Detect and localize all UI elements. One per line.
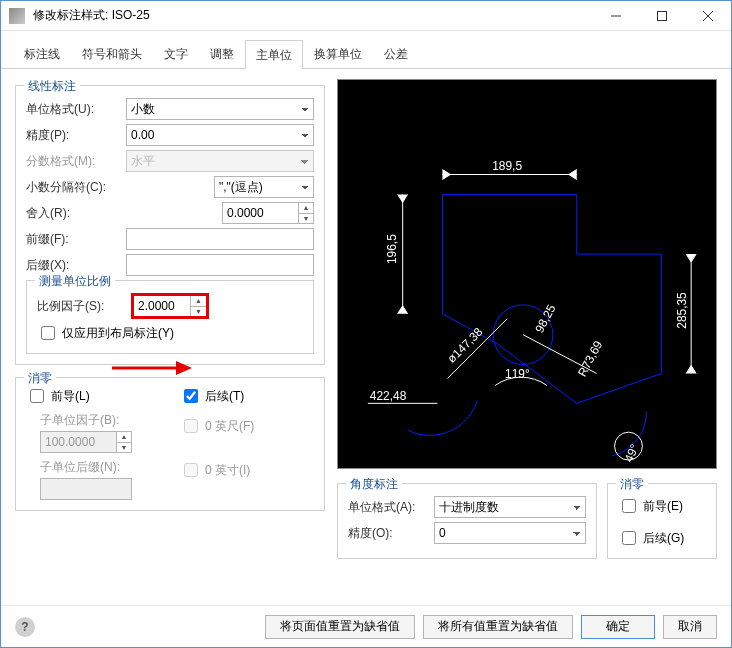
down-arrow-icon[interactable]: ▼	[299, 214, 313, 224]
tab-primary-units[interactable]: 主单位	[245, 40, 303, 69]
reset-page-button[interactable]: 将页面值重置为缺省值	[265, 615, 415, 639]
tab-tolerance[interactable]: 公差	[373, 39, 419, 68]
angle-dim-legend: 角度标注	[346, 476, 402, 493]
round-label: 舍入(R):	[26, 205, 118, 222]
svg-text:R73,69: R73,69	[575, 338, 606, 379]
maximize-button[interactable]	[639, 1, 685, 31]
suffix-input[interactable]	[126, 254, 314, 276]
help-icon[interactable]: ?	[15, 617, 35, 637]
svg-text:196,5: 196,5	[385, 234, 399, 264]
svg-rect-1	[658, 11, 667, 20]
subunit-suffix-input	[40, 478, 132, 500]
precision-label: 精度(P):	[26, 127, 118, 144]
decimal-sep-label: 小数分隔符(C):	[26, 179, 118, 196]
minimize-button[interactable]	[593, 1, 639, 31]
up-arrow-icon[interactable]: ▲	[191, 296, 206, 307]
svg-text:422,48: 422,48	[370, 389, 407, 403]
svg-text:49°: 49°	[621, 442, 641, 464]
svg-text:189,5: 189,5	[492, 159, 522, 173]
angle-precision-label: 精度(O):	[348, 525, 426, 542]
down-arrow-icon[interactable]: ▼	[191, 307, 206, 317]
unit-format-select[interactable]: 小数	[126, 98, 314, 120]
preview-pane: 189,5 196,5 285,35 ø147,38 98,25 R73,69 …	[337, 79, 717, 469]
subunit-factor-spinner: ▲▼	[40, 431, 160, 453]
scale-factor-label: 比例因子(S):	[37, 298, 123, 315]
angle-leading-checkbox[interactable]	[622, 499, 636, 513]
feet-checkbox	[184, 419, 198, 433]
trailing-checkbox[interactable]	[184, 389, 198, 403]
zero-suppress-legend: 消零	[24, 370, 56, 387]
precision-select[interactable]: 0.00	[126, 124, 314, 146]
leading-label: 前导(L)	[51, 388, 90, 405]
tab-bar: 标注线 符号和箭头 文字 调整 主单位 换算单位 公差	[1, 31, 731, 69]
decimal-sep-select[interactable]: ","(逗点)	[214, 176, 314, 198]
angle-precision-select[interactable]: 0	[434, 522, 586, 544]
app-icon	[9, 8, 25, 24]
ok-button[interactable]: 确定	[581, 615, 655, 639]
subunit-factor-label: 子单位因子(B):	[40, 412, 160, 429]
fraction-format-label: 分数格式(M):	[26, 153, 118, 170]
round-spinner[interactable]: ▲▼	[222, 202, 314, 224]
svg-text:285,35: 285,35	[675, 292, 689, 329]
scale-factor-highlight: ▲▼	[131, 293, 209, 319]
measure-scale-legend: 测量单位比例	[35, 273, 115, 290]
tab-fit[interactable]: 调整	[199, 39, 245, 68]
window-title: 修改标注样式: ISO-25	[33, 7, 593, 24]
suffix-label: 后缀(X):	[26, 257, 118, 274]
up-arrow-icon[interactable]: ▲	[299, 203, 313, 214]
inches-checkbox	[184, 463, 198, 477]
angle-unit-select[interactable]: 十进制度数	[434, 496, 586, 518]
scale-factor-input[interactable]	[134, 296, 190, 316]
tab-alt-units[interactable]: 换算单位	[303, 39, 373, 68]
linear-dim-legend: 线性标注	[24, 78, 80, 95]
leading-checkbox[interactable]	[30, 389, 44, 403]
down-arrow-icon: ▼	[117, 443, 131, 453]
angle-trailing-checkbox[interactable]	[622, 531, 636, 545]
prefix-input[interactable]	[126, 228, 314, 250]
up-arrow-icon: ▲	[117, 432, 131, 443]
trailing-label: 后续(T)	[205, 388, 244, 405]
tab-symbols[interactable]: 符号和箭头	[71, 39, 153, 68]
angle-unit-label: 单位格式(A):	[348, 499, 426, 516]
apply-layout-checkbox[interactable]	[41, 326, 55, 340]
angle-leading-label: 前导(E)	[643, 498, 683, 515]
svg-text:119°: 119°	[505, 367, 530, 381]
tab-dimlines[interactable]: 标注线	[13, 39, 71, 68]
tab-text[interactable]: 文字	[153, 39, 199, 68]
inches-label: 0 英寸(I)	[205, 462, 250, 479]
angle-zero-legend: 消零	[616, 476, 648, 493]
apply-layout-label: 仅应用到布局标注(Y)	[62, 325, 174, 342]
svg-text:ø147,38: ø147,38	[445, 325, 486, 366]
angle-trailing-label: 后续(G)	[643, 530, 684, 547]
scale-factor-spinner[interactable]: ▲▼	[134, 296, 206, 316]
round-input[interactable]	[222, 202, 298, 224]
cancel-button[interactable]: 取消	[663, 615, 717, 639]
svg-text:98,25: 98,25	[532, 302, 559, 335]
close-button[interactable]	[685, 1, 731, 31]
prefix-label: 前缀(F):	[26, 231, 118, 248]
unit-format-label: 单位格式(U):	[26, 101, 118, 118]
feet-label: 0 英尺(F)	[205, 418, 254, 435]
fraction-format-select: 水平	[126, 150, 314, 172]
reset-all-button[interactable]: 将所有值重置为缺省值	[423, 615, 573, 639]
subunit-factor-input	[40, 431, 116, 453]
subunit-suffix-label: 子单位后缀(N):	[40, 459, 160, 476]
